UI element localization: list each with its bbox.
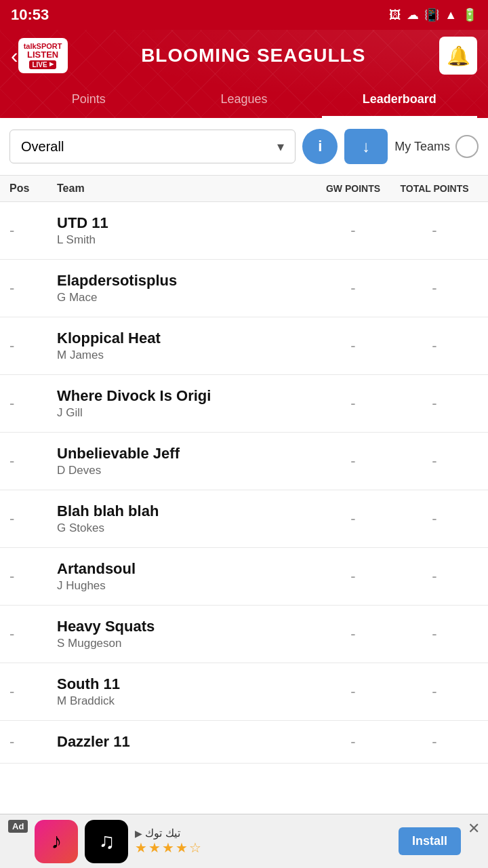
row-total-points: - [390,510,479,528]
row-team-owner: G Stokes [57,521,316,535]
row-gw-points: - [316,337,390,355]
row-total-points: - [390,733,479,751]
ad-app-icon: ♪ [35,820,78,863]
row-team-owner: M Braddick [57,694,316,708]
row-team-owner: D Deves [57,464,316,477]
filter-dropdown[interactable]: Overall ▾ [9,130,296,163]
row-total-points: - [390,683,479,701]
col-pos-header: Pos [9,182,57,195]
cloud-icon: ☁ [407,7,419,22]
live-text: LIVE [29,60,56,69]
row-gw-points: - [316,625,390,643]
download-button[interactable]: ↓ [344,129,388,164]
row-total-points: - [390,279,479,297]
row-total-points: - [390,222,479,239]
row-gw-points: - [316,452,390,470]
table-row[interactable]: - Elapdersotisplus G Mace - - [0,260,488,317]
table-row[interactable]: - UTD 11 L Smith - - [0,202,488,260]
main-content: Overall ▾ i ↓ My Teams Pos Team GW POINT… [0,118,488,818]
status-bar: 10:53 🖼 ☁ 📳 ▲ 🔋 [0,0,488,30]
tab-points[interactable]: Points [11,83,166,118]
row-team-info: Elapdersotisplus G Mace [57,272,316,304]
bell-button[interactable]: 🔔 [439,37,477,75]
col-gw-header: GW POINTS [316,183,390,194]
leaderboard-table: - UTD 11 L Smith - - - Elapdersotisplus … [0,202,488,764]
ad-tiktok-logo: ♫ [85,820,128,863]
row-team-info: Blah blah blah G Stokes [57,502,316,535]
row-pos: - [9,625,57,643]
chevron-down-icon: ▾ [277,138,284,155]
ad-close-button[interactable]: ✕ [468,820,480,837]
ad-install-button[interactable]: Install [399,827,461,855]
talksport-logo[interactable]: talkSPORT LISTEN LIVE [18,38,68,73]
table-row[interactable]: - Unbelievable Jeff D Deves - - [0,433,488,490]
row-team-info: Where Divock Is Origi J Gill [57,387,316,420]
download-icon: ↓ [362,137,370,156]
page-title: BLOOMING SEAGULLS [68,45,439,66]
tab-leaderboard[interactable]: Leaderboard [322,83,477,118]
col-total-header: TOTAL POINTS [390,183,479,194]
row-total-points: - [390,337,479,355]
my-teams-toggle-button[interactable] [455,135,479,158]
back-button[interactable]: ‹ [11,45,18,66]
row-team-name: Blah blah blah [57,502,316,520]
ad-stars: ★★★★☆ [135,840,392,856]
row-team-info: South 11 M Braddick [57,675,316,708]
row-team-owner: M James [57,349,316,362]
ad-meta: ▶ تيك توك [135,827,392,840]
info-icon: i [318,138,322,155]
row-team-name: Unbelievable Jeff [57,445,316,462]
ad-arabic-text: تيك توك [145,827,180,840]
table-row[interactable]: - Where Divock Is Origi J Gill - - [0,375,488,433]
tiktok-icon: ♪ [51,829,62,854]
tiktok-logo-icon: ♫ [98,829,115,854]
tab-bar: Points Leagues Leaderboard [11,83,477,118]
my-teams-toggle: My Teams [394,135,479,158]
row-gw-points: - [316,279,390,297]
row-pos: - [9,452,57,470]
info-button[interactable]: i [302,129,338,164]
table-header: Pos Team GW POINTS TOTAL POINTS [0,175,488,202]
row-pos: - [9,568,57,585]
row-pos: - [9,510,57,528]
my-teams-label: My Teams [394,140,450,154]
table-row[interactable]: - South 11 M Braddick - - [0,663,488,721]
status-icons: 🖼 ☁ 📳 ▲ 🔋 [389,7,477,22]
table-row[interactable]: - Heavy Squats S Muggeson - - [0,606,488,663]
row-total-points: - [390,452,479,470]
row-team-info: Unbelievable Jeff D Deves [57,445,316,477]
row-team-owner: G Mace [57,291,316,304]
vibrate-icon: 📳 [424,7,439,22]
row-team-info: Dazzler 11 [57,733,316,751]
ad-choices-icon: ▶ [135,828,142,839]
table-row[interactable]: - Blah blah blah G Stokes - - [0,490,488,548]
row-team-name: Artandsoul [57,560,316,578]
row-total-points: - [390,568,479,585]
header: ‹ talkSPORT LISTEN LIVE BLOOMING SEAGULL… [0,30,488,118]
photo-icon: 🖼 [389,8,401,22]
wifi-icon: ▲ [445,8,457,22]
row-team-name: Kloppical Heat [57,330,316,347]
table-row[interactable]: - Artandsoul J Hughes - - [0,548,488,606]
tab-leagues[interactable]: Leagues [166,83,321,118]
row-team-owner: J Hughes [57,579,316,593]
row-team-owner: J Gill [57,406,316,420]
row-team-name: Where Divock Is Origi [57,387,316,405]
row-pos: - [9,733,57,751]
row-team-name: South 11 [57,675,316,693]
filter-bar: Overall ▾ i ↓ My Teams [0,118,488,175]
status-time: 10:53 [11,6,49,24]
row-team-info: Kloppical Heat M James [57,330,316,362]
row-team-name: Dazzler 11 [57,733,316,751]
row-gw-points: - [316,733,390,751]
table-row[interactable]: - Dazzler 11 - - [0,721,488,764]
row-gw-points: - [316,510,390,528]
row-team-name: Heavy Squats [57,618,316,635]
row-total-points: - [390,625,479,643]
row-team-owner: L Smith [57,233,316,247]
dropdown-value: Overall [21,139,64,155]
ad-content: ▶ تيك توك ★★★★☆ [135,827,392,856]
row-team-info: UTD 11 L Smith [57,214,316,247]
row-team-info: Artandsoul J Hughes [57,560,316,593]
table-row[interactable]: - Kloppical Heat M James - - [0,317,488,375]
